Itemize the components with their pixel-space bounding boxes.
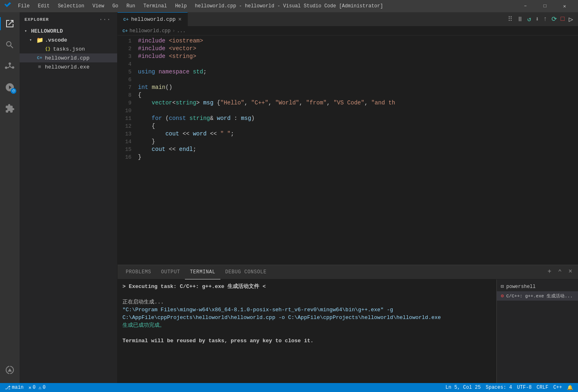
breadcrumb-rest[interactable]: ... (177, 28, 186, 34)
tab-problems[interactable]: PROBLEMS (121, 265, 156, 279)
code-token: { (138, 123, 155, 129)
editor[interactable]: 1#include <iostream>2#include <vector>3#… (118, 35, 578, 265)
menu-bar[interactable]: File Edit Selection View Go Run Terminal… (15, 2, 190, 10)
activity-bar-bottom (0, 360, 20, 383)
tree-item-tasks-json[interactable]: ▶ {} tasks.json (20, 44, 117, 53)
tree-item-helloworld-exe[interactable]: ▶ ≡ helloworld.exe (20, 62, 117, 71)
line-content[interactable]: #include <string> (138, 53, 578, 60)
status-encoding[interactable]: UTF-8 (515, 383, 534, 392)
chevron-down-icon: ▾ (29, 38, 34, 42)
source-control-activity-icon[interactable] (0, 56, 20, 76)
tab-output[interactable]: OUTPUT (156, 265, 185, 279)
line-content[interactable]: int main() (138, 84, 578, 91)
breadcrumb-filename[interactable]: helloworld.cpp (129, 28, 171, 34)
status-spaces[interactable]: Spaces: 4 (483, 383, 515, 392)
tree-root-folder[interactable]: ▾ HELLOWORLD (20, 27, 117, 35)
stop-icon[interactable]: □ (560, 15, 566, 24)
code-token: > (196, 100, 203, 106)
menu-terminal[interactable]: Terminal (140, 2, 170, 10)
terminal-line: > Executing task: C/C++: g++.exe 生成活动文件 … (122, 283, 491, 290)
code-token: <iostream> (169, 38, 203, 44)
menu-view[interactable]: View (89, 2, 107, 10)
line-content[interactable]: { (138, 122, 578, 130)
status-notifications[interactable]: 🔔 (565, 383, 576, 392)
docker-activity-icon[interactable] (0, 360, 20, 380)
explorer-activity-icon[interactable] (0, 14, 20, 33)
step-over-icon[interactable]: ⬇ (534, 14, 540, 24)
status-branch[interactable]: ⎇ main (2, 383, 26, 392)
status-errors[interactable]: ✕ 0 ⚠ 0 (26, 383, 48, 392)
line-content[interactable]: { (138, 91, 578, 99)
line-content[interactable]: } (138, 138, 578, 146)
panel-tabs[interactable]: PROBLEMS OUTPUT TERMINAL DEBUG CONSOLE +… (118, 265, 578, 279)
search-activity-icon[interactable] (0, 35, 20, 55)
sidebar-actions[interactable]: ··· (97, 15, 112, 24)
code-token: <vector> (169, 45, 196, 52)
code-token: msg (203, 100, 213, 106)
terminal-output[interactable]: > Executing task: C/C++: g++.exe 生成活动文件 … (118, 279, 496, 383)
menu-go[interactable]: Go (109, 2, 121, 10)
add-terminal-button[interactable]: + (545, 267, 554, 277)
line-content[interactable]: cout << word << " "; (138, 130, 578, 138)
code-token: vector (152, 100, 172, 106)
split-terminal-button[interactable]: ⌃ (556, 267, 565, 277)
menu-file[interactable]: File (15, 2, 33, 10)
line-content[interactable] (138, 60, 578, 68)
line-content[interactable]: #include <iostream> (138, 37, 578, 45)
maximize-button[interactable]: □ (536, 0, 554, 12)
panel-actions[interactable]: + ⌃ × (545, 267, 575, 277)
vscode-folder-label: .vscode (45, 37, 67, 43)
warning-icon: ⚠ (38, 385, 41, 391)
close-button[interactable]: ✕ (555, 0, 574, 12)
terminal-sidebar[interactable]: ⊡ powershell ⚙ C/C++: g++.exe 生成活动... (496, 279, 578, 383)
run-button[interactable]: ▷ (568, 14, 574, 24)
tab-toolbar[interactable]: ⠿ ⏸ ↺ ⬇ ↑ ⟳ □ ▷ (507, 14, 578, 24)
line-content[interactable]: vector<string> msg {"Hello", "C++", "Wor… (138, 99, 578, 107)
tree-item-vscode[interactable]: ▾ 📁 .vscode (20, 35, 117, 44)
tree-item-helloworld-cpp[interactable]: ▶ C+ helloworld.cpp (20, 53, 117, 62)
breadcrumb-separator: › (172, 28, 175, 34)
tab-bar[interactable]: C+ helloworld.cpp × ⠿ ⏸ ↺ ⬇ ↑ ⟳ □ ▷ (118, 12, 578, 27)
file-tree[interactable]: ▾ HELLOWORLD ▾ 📁 .vscode ▶ {} tasks.json… (20, 27, 117, 383)
code-line: 1#include <iostream> (118, 37, 578, 45)
tab-helloworld-cpp[interactable]: C+ helloworld.cpp × (118, 12, 188, 27)
tab-terminal[interactable]: TERMINAL (185, 265, 220, 279)
split-editor-icon[interactable]: ⠿ (507, 14, 514, 24)
menu-selection[interactable]: Selection (55, 2, 88, 10)
code-token: ) (251, 115, 254, 122)
tab-debug-console[interactable]: DEBUG CONSOLE (220, 265, 271, 279)
menu-help[interactable]: Help (172, 2, 190, 10)
menu-run[interactable]: Run (123, 2, 139, 10)
line-number: 14 (118, 138, 138, 146)
status-eol[interactable]: CRLF (534, 383, 551, 392)
line-content[interactable] (138, 107, 578, 115)
code-token: cout (152, 146, 166, 153)
line-content[interactable]: } (138, 153, 578, 161)
terminal-powershell-item[interactable]: ⊡ powershell (497, 282, 578, 291)
breadcrumb-file-icon: C+ (122, 29, 128, 33)
sidebar-header: EXPLORER ··· (20, 12, 117, 27)
terminal-task-item[interactable]: ⚙ C/C++: g++.exe 生成活动... (497, 291, 578, 301)
status-language[interactable]: C++ (551, 383, 565, 392)
close-panel-button[interactable]: × (566, 267, 575, 277)
line-content[interactable]: using namespace std; (138, 68, 578, 76)
chevron-down-icon: ▾ (24, 29, 29, 33)
line-content[interactable]: #include <vector> (138, 45, 578, 53)
extensions-activity-icon[interactable] (0, 99, 20, 118)
restart-icon[interactable]: ↺ (527, 14, 532, 24)
window-controls[interactable]: – □ ✕ (516, 0, 574, 12)
sidebar-more-button[interactable]: ··· (97, 15, 112, 24)
tab-close-icon[interactable]: × (178, 16, 181, 23)
run-debug-activity-icon[interactable]: ⏱ (0, 78, 20, 97)
pause-icon[interactable]: ⏸ (516, 15, 524, 24)
step-into-icon[interactable]: ↑ (542, 15, 548, 24)
status-line-col[interactable]: Ln 5, Col 25 (443, 383, 483, 392)
code-token: <string> (169, 53, 196, 60)
line-content[interactable] (138, 76, 578, 84)
line-content[interactable]: cout << endl; (138, 146, 578, 153)
minimize-button[interactable]: – (516, 0, 535, 12)
menu-edit[interactable]: Edit (35, 2, 53, 10)
refresh-icon[interactable]: ⟳ (551, 14, 558, 24)
line-content[interactable]: for (const string& word : msg) (138, 115, 578, 122)
line-number: 7 (118, 84, 138, 91)
